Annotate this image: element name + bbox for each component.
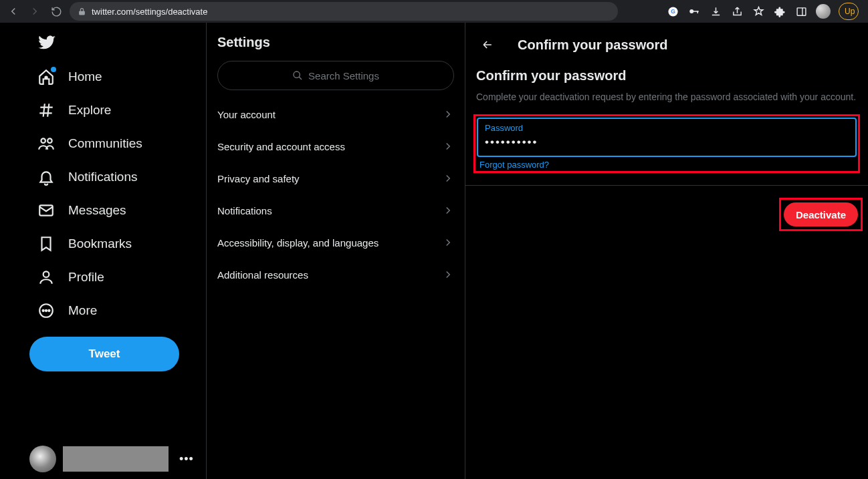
nav-bookmarks[interactable]: Bookmarks [29,227,206,261]
browser-chrome: twitter.com/settings/deactivate G Up [0,0,868,23]
divider [465,185,868,186]
nav-profile[interactable]: Profile [29,261,206,294]
password-field[interactable]: Password [477,118,857,157]
nav-explore[interactable]: Explore [29,94,206,127]
chevron-right-icon [442,140,454,152]
chevron-right-icon [442,204,454,216]
svg-rect-4 [697,11,699,13]
password-label: Password [485,123,849,133]
nav-label: Explore [68,103,111,118]
back-button[interactable] [476,33,499,56]
ellipsis-icon: ••• [175,452,198,466]
account-menu[interactable]: ••• [29,446,198,472]
svg-point-9 [47,138,52,143]
svg-point-2 [689,9,693,13]
notification-dot [51,67,56,72]
svg-point-11 [43,271,49,277]
settings-item-label: Notifications [217,205,272,216]
address-url: twitter.com/settings/deactivate [92,7,207,17]
chevron-right-icon [442,108,454,120]
google-icon[interactable]: G [666,5,679,18]
deactivate-button[interactable]: Deactivate [784,202,858,226]
svg-point-13 [43,310,44,311]
bell-icon [37,168,55,186]
nav-label: More [68,303,97,318]
communities-icon [37,135,55,152]
search-icon [292,70,303,81]
settings-item-notifications[interactable]: Notifications [207,194,465,226]
nav-label: Bookmarks [68,236,132,251]
panel-icon[interactable] [794,5,808,18]
section-description: Complete your deactivation request by en… [465,92,868,114]
key-icon[interactable] [687,5,701,18]
svg-point-15 [48,310,49,311]
nav-communities[interactable]: Communities [29,127,206,160]
main-header: Confirm your password [465,29,868,65]
settings-item-label: Privacy and safety [217,173,300,184]
chevron-right-icon [442,236,454,249]
section-title: Confirm your password [465,65,868,92]
nav-notifications[interactable]: Notifications [29,160,206,194]
settings-item-additional[interactable]: Additional resources [207,259,465,291]
primary-nav: Home Explore Communities Notifications [0,23,206,479]
svg-rect-5 [797,7,806,15]
bookmark-star-icon[interactable] [752,5,765,18]
share-icon[interactable] [730,5,744,18]
hashtag-icon [37,102,55,119]
nav-label: Profile [68,270,104,285]
settings-item-label: Security and account access [217,141,345,152]
search-placeholder: Search Settings [308,70,379,82]
download-icon[interactable] [709,5,722,18]
svg-point-16 [294,71,300,77]
nav-label: Messages [68,203,126,218]
twitter-logo[interactable] [29,29,206,60]
settings-item-label: Accessibility, display, and languages [217,237,378,249]
settings-item-label: Your account [217,109,276,120]
account-avatar [29,446,56,472]
svg-point-14 [45,310,47,311]
search-settings-input[interactable]: Search Settings [217,61,454,90]
browser-forward-button[interactable] [27,3,43,19]
nav-label: Communities [68,136,142,151]
header-title: Confirm your password [518,37,667,53]
settings-item-security[interactable]: Security and account access [207,130,465,162]
nav-label: Home [68,69,102,84]
highlight-password: Password Forgot password? [473,114,860,173]
main-column: Confirm your password Confirm your passw… [465,23,868,479]
more-circle-icon [37,302,55,319]
envelope-icon [37,202,55,219]
lock-icon [78,7,86,16]
browser-right-icons: G Up [666,3,863,20]
settings-item-label: Additional resources [217,269,308,281]
svg-text:G: G [671,8,675,15]
browser-back-button[interactable] [5,3,21,19]
address-bar[interactable]: twitter.com/settings/deactivate [70,2,618,21]
svg-point-8 [41,138,45,143]
password-input[interactable] [485,133,849,149]
profile-avatar-icon[interactable] [816,4,831,19]
forgot-password-link[interactable]: Forgot password? [477,157,857,170]
settings-column: Settings Search Settings Your account Se… [206,23,465,479]
highlight-deactivate: Deactivate [779,198,863,231]
home-icon [37,68,55,86]
settings-item-accessibility[interactable]: Accessibility, display, and languages [207,226,465,259]
nav-home[interactable]: Home [29,60,206,94]
svg-point-7 [45,76,47,78]
browser-reload-button[interactable] [48,3,64,19]
account-name-redacted [63,446,169,472]
nav-label: Notifications [68,170,138,184]
settings-item-privacy[interactable]: Privacy and safety [207,162,465,194]
settings-item-account[interactable]: Your account [207,98,465,130]
nav-messages[interactable]: Messages [29,194,206,227]
tweet-button[interactable]: Tweet [29,337,179,371]
chevron-right-icon [442,269,454,281]
upgrade-button[interactable]: Up [839,3,859,20]
settings-title: Settings [207,29,465,61]
person-icon [37,269,55,286]
chevron-right-icon [442,172,454,184]
nav-more[interactable]: More [29,294,206,327]
page: Home Explore Communities Notifications [0,23,868,479]
extensions-icon[interactable] [773,5,786,18]
bookmark-icon [37,235,55,253]
